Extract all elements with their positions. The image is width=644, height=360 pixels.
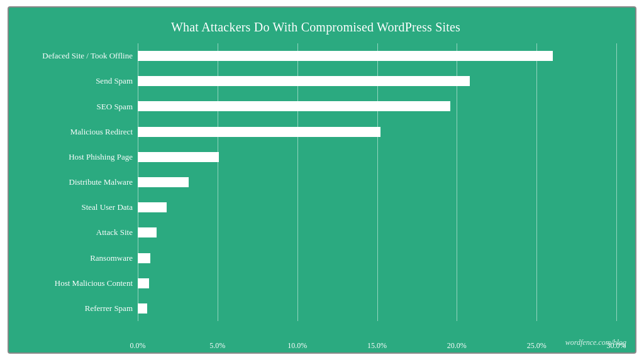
y-label: Defaced Site / Took Offline — [15, 51, 133, 61]
x-tick-label: 0.0% — [130, 341, 146, 351]
bar — [138, 227, 157, 237]
bar-row — [138, 220, 616, 245]
bars-area: 0.0%5.0%10.0%15.0%20.0%25.0%30.0% — [138, 43, 616, 321]
x-tick-label: 5.0% — [209, 341, 225, 351]
bar — [138, 101, 450, 111]
bar — [138, 51, 553, 61]
bar-row — [138, 271, 616, 296]
bar — [138, 278, 149, 288]
y-label: Attack Site — [15, 227, 133, 237]
x-tick-label: 15.0% — [367, 341, 387, 351]
y-labels: Defaced Site / Took OfflineSend SpamSEO … — [15, 43, 138, 321]
x-tick-label: 20.0% — [447, 341, 467, 351]
bar-row — [138, 246, 616, 271]
y-label: SEO Spam — [15, 102, 133, 112]
bar — [138, 202, 167, 212]
bar-row — [138, 195, 616, 220]
bar-row — [138, 170, 616, 195]
bar — [138, 253, 150, 263]
bar-row — [138, 43, 616, 68]
chart-body: Defaced Site / Took OfflineSend SpamSEO … — [15, 43, 616, 321]
bar — [138, 127, 380, 137]
bar — [138, 152, 219, 162]
y-label: Host Malicious Content — [15, 278, 133, 288]
y-label: Steal User Data — [15, 202, 133, 212]
y-label: Ransomware — [15, 253, 133, 263]
bar-row — [138, 68, 616, 94]
y-label: Send Spam — [15, 76, 133, 86]
y-label: Distribute Malware — [15, 177, 133, 187]
x-tick-label: 10.0% — [287, 341, 307, 351]
y-label: Malicious Redirect — [15, 127, 133, 137]
x-tick-label: 25.0% — [527, 341, 547, 351]
bar-row — [138, 119, 616, 145]
bar — [138, 303, 147, 314]
bar — [138, 177, 189, 187]
chart-title: What Attackers Do With Compromised WordP… — [15, 20, 616, 35]
y-label: Host Phishing Page — [15, 152, 133, 162]
bar-row — [138, 94, 616, 119]
grid-line — [616, 43, 617, 321]
bar-row — [138, 145, 616, 170]
bar — [138, 76, 470, 86]
y-label: Referrer Spam — [15, 303, 133, 314]
bar-row — [138, 296, 616, 321]
chart-container: What Attackers Do With Compromised WordP… — [8, 6, 636, 354]
watermark: wordfence.com/blog — [565, 338, 626, 347]
